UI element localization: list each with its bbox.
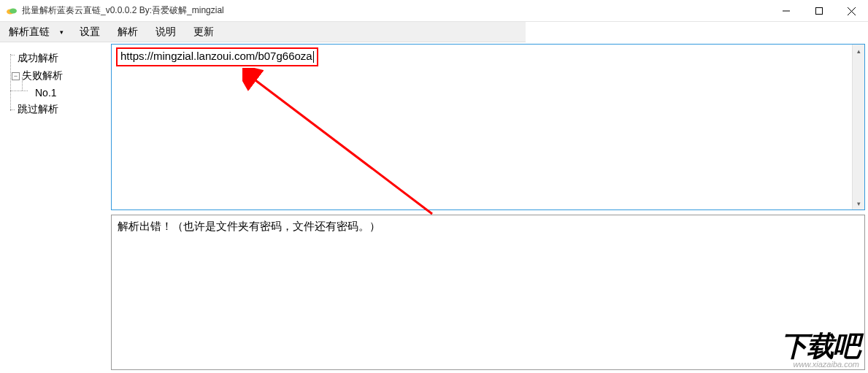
svg-point-1 [9,8,17,13]
menu-update[interactable]: 更新 [185,22,223,42]
text-cursor [313,51,314,63]
tree-item-success[interactable]: 成功解析 [4,50,108,67]
tree-label: 失败解析 [22,69,63,82]
url-text-highlighted: https://mingzial.lanzoui.com/b07g66oza [116,47,318,66]
tree-label: No.1 [35,87,57,99]
svg-line-7 [253,78,432,214]
tree-label: 跳过解析 [18,103,58,116]
chevron-down-icon[interactable]: ▾ [55,28,68,36]
menu-label: 解析直链 [9,26,50,39]
scroll-track[interactable] [853,57,864,197]
arrow-annotation [242,68,447,228]
output-message: 解析出错！（也许是文件夹有密码，文件还有密码。） [118,220,380,232]
svg-rect-3 [815,8,822,15]
main-area: 成功解析 − 失败解析 No.1 跳过解析 https://mingzial.l… [0,42,868,373]
maximize-button[interactable] [802,0,835,22]
right-panels: https://mingzial.lanzoui.com/b07g66oza ▴… [111,44,865,370]
scroll-down-icon[interactable]: ▾ [853,197,864,209]
scrollbar-vertical[interactable]: ▴ ▾ [852,45,864,209]
window-title: 批量解析蓝奏云直链_v0.0.0.2 By:吾爱破解_mingzial [22,4,224,17]
url-input-panel[interactable]: https://mingzial.lanzoui.com/b07g66oza ▴… [111,44,865,210]
tree-item-skip[interactable]: 跳过解析 [4,101,108,118]
menu-parse-direct-link[interactable]: 解析直链 ▾ [0,22,71,42]
tree-expander-icon[interactable]: − [12,72,20,80]
minimize-button[interactable] [769,0,802,22]
app-icon [6,5,18,17]
url-value: https://mingzial.lanzoui.com/b07g66oza [120,50,312,62]
titlebar: 批量解析蓝奏云直链_v0.0.0.2 By:吾爱破解_mingzial [0,0,868,22]
tree-item-failed[interactable]: − 失败解析 [4,67,108,85]
scroll-up-icon[interactable]: ▴ [853,45,864,57]
menubar: 解析直链 ▾ 设置 解析 说明 更新 [0,22,526,42]
output-panel[interactable]: 解析出错！（也许是文件夹有密码，文件还有密码。） [111,215,865,370]
tree-item-no1[interactable]: No.1 [4,85,108,101]
tree-label: 成功解析 [18,52,58,65]
menu-help[interactable]: 说明 [147,22,185,42]
menu-settings[interactable]: 设置 [71,22,109,42]
window-controls [769,0,868,22]
menu-parse[interactable]: 解析 [109,22,147,42]
sidebar-tree: 成功解析 − 失败解析 No.1 跳过解析 [1,44,111,370]
close-button[interactable] [835,0,868,22]
